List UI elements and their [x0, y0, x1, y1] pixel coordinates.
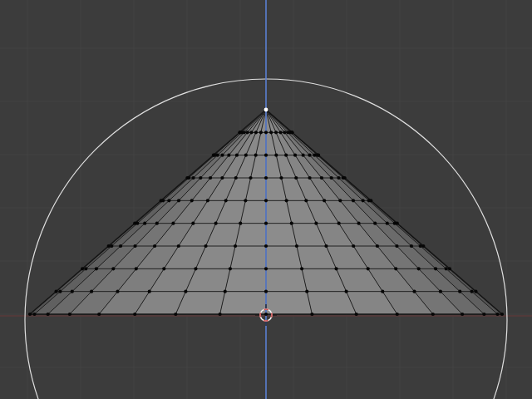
- apex-active-vertex[interactable]: [264, 108, 268, 112]
- viewport-scene[interactable]: [0, 0, 532, 399]
- blender-3d-viewport[interactable]: [0, 0, 532, 399]
